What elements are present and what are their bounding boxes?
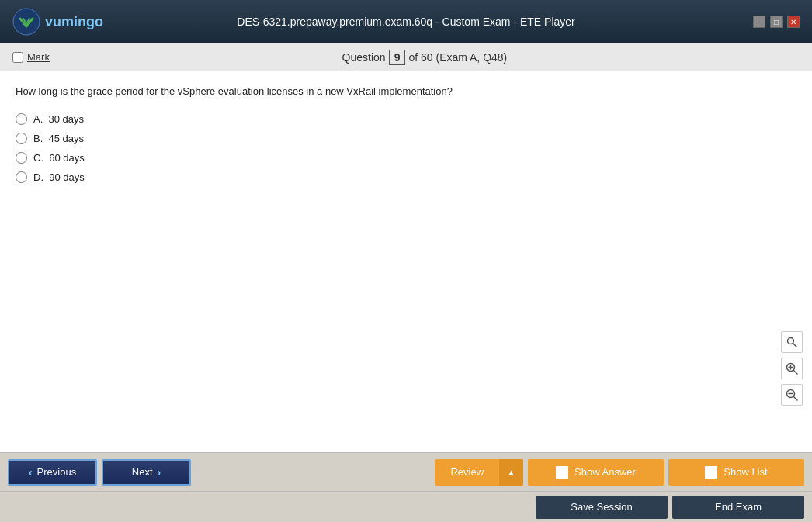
end-exam-label: End Exam	[715, 501, 762, 513]
show-answer-label: Show Answer	[574, 466, 636, 478]
previous-arrow-icon: ‹	[29, 466, 33, 479]
options-list: A. 30 days B. 45 days C. 60 days D. 90 d…	[16, 113, 796, 183]
svg-line-4	[794, 371, 798, 375]
show-list-label: Show List	[724, 466, 767, 478]
review-label: Review	[435, 459, 499, 486]
mark-label[interactable]: Mark	[27, 51, 50, 63]
search-icon	[786, 337, 797, 347]
close-button[interactable]: ✕	[787, 16, 800, 28]
show-list-checkbox-icon	[705, 466, 717, 479]
logo-text: vumingo	[45, 14, 103, 30]
next-button[interactable]: Next ›	[102, 459, 191, 486]
logo: vumingo	[12, 8, 103, 36]
option-a: A. 30 days	[16, 113, 796, 125]
bottom-toolbar-2: Save Session End Exam	[0, 491, 812, 522]
next-label: Next	[132, 466, 153, 478]
option-c-radio[interactable]	[16, 152, 27, 164]
zoom-out-icon	[786, 389, 798, 401]
svg-line-2	[793, 344, 797, 347]
main-content: How long is the grace period for the vSp…	[0, 71, 812, 452]
svg-point-0	[13, 9, 40, 35]
show-answer-checkbox-icon	[556, 466, 568, 479]
option-b-radio[interactable]	[16, 133, 27, 144]
save-session-button[interactable]: Save Session	[536, 496, 668, 519]
option-c: C. 60 days	[16, 152, 796, 164]
end-exam-button[interactable]: End Exam	[672, 496, 804, 519]
bottom-area: ‹ Previous Next › Review ▲ Show Answer S…	[0, 452, 812, 522]
option-b: B. 45 days	[16, 133, 796, 144]
maximize-button[interactable]: □	[770, 16, 783, 28]
zoom-in-icon	[786, 362, 798, 375]
review-button[interactable]: Review ▲	[435, 459, 523, 486]
minimize-button[interactable]: −	[753, 16, 765, 28]
show-list-button[interactable]: Show List	[668, 459, 804, 486]
option-a-label: A. 30 days	[33, 113, 84, 125]
window-title: DES-6321.prepaway.premium.exam.60q - Cus…	[237, 16, 574, 28]
question-number-badge: 9	[389, 50, 406, 65]
zoom-in-button[interactable]	[781, 358, 803, 379]
search-icon-button[interactable]	[781, 331, 803, 353]
title-bar: vumingo DES-6321.prepaway.premium.exam.6…	[0, 0, 812, 43]
next-arrow-icon: ›	[158, 466, 161, 479]
question-total: of 60 (Exam A, Q48)	[408, 51, 507, 64]
option-d-label: D. 90 days	[33, 171, 85, 183]
window-controls: − □ ✕	[753, 16, 800, 28]
option-a-radio[interactable]	[16, 113, 27, 125]
vumingo-logo	[12, 8, 40, 36]
svg-line-8	[794, 397, 798, 401]
question-area: How long is the grace period for the vSp…	[0, 71, 812, 452]
previous-label: Previous	[37, 466, 77, 478]
option-d-radio[interactable]	[16, 171, 27, 183]
option-d: D. 90 days	[16, 171, 796, 183]
zoom-out-button[interactable]	[781, 384, 803, 406]
mark-section: Mark	[12, 51, 50, 63]
mark-checkbox[interactable]	[12, 52, 23, 63]
bottom-toolbar: ‹ Previous Next › Review ▲ Show Answer S…	[0, 452, 812, 491]
question-word: Question	[342, 51, 386, 64]
header-bar: Mark Question 9 of 60 (Exam A, Q48)	[0, 43, 812, 71]
option-c-label: C. 60 days	[33, 152, 85, 164]
show-answer-button[interactable]: Show Answer	[528, 459, 664, 486]
question-text: How long is the grace period for the vSp…	[16, 84, 796, 99]
previous-button[interactable]: ‹ Previous	[8, 459, 97, 486]
save-session-label: Save Session	[571, 501, 633, 513]
question-info: Question 9 of 60 (Exam A, Q48)	[342, 50, 508, 65]
option-b-label: B. 45 days	[33, 133, 84, 144]
review-dropdown-icon[interactable]: ▲	[499, 459, 523, 486]
side-icons	[781, 331, 803, 406]
